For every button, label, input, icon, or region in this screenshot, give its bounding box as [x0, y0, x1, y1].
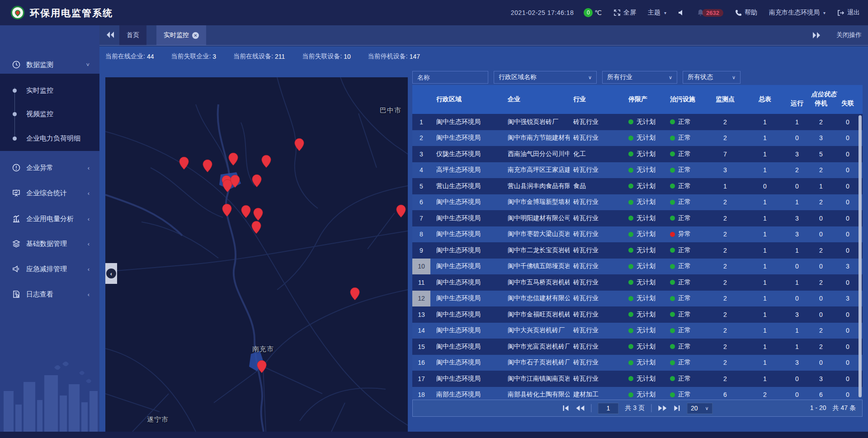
row-number: 9: [412, 242, 430, 259]
cell-region: 南部生态环境局: [430, 387, 503, 400]
help-button[interactable]: 帮助: [735, 9, 757, 17]
sidebar-item-enterprise-statistics[interactable]: 企业综合统计 ‹: [0, 184, 99, 202]
table-row[interactable]: 2 阆中生态环境局 阆中市南方节能建材有 砖瓦行业 无计划 正常 2 1 0 3…: [412, 130, 863, 146]
map-pin-icon[interactable]: [396, 204, 406, 218]
tabs-scroll-left-button[interactable]: [106, 31, 115, 39]
status-filter-select[interactable]: 所有状态 ∨: [683, 71, 741, 84]
table-scrollbar[interactable]: [859, 115, 862, 397]
table-row[interactable]: 3 仪陇生态环境局 西南油气田分公司川中 化工 无计划 正常 7 1 3 5 0: [412, 146, 863, 162]
sidebar-item-log-view[interactable]: 日志查看 ‹: [0, 285, 99, 303]
table-row[interactable]: 6 阆中生态环境局 阆中市金博瑞新型墙材 砖瓦行业 无计划 正常 2 1 1 2…: [412, 194, 863, 211]
map-pin-icon[interactable]: [241, 205, 251, 218]
cell-facility-status: 正常: [665, 114, 705, 130]
cell-company: 阆中市忠信建材有限公: [503, 291, 570, 307]
sidebar-item-data-monitoring[interactable]: 数据监测 ˅: [0, 56, 99, 74]
industry-filter-select[interactable]: 所有行业 ∨: [602, 71, 677, 84]
sidebar-item-emergency-reduction[interactable]: 应急减排管理 ‹: [0, 260, 99, 278]
table-row[interactable]: 12 阆中生态环境局 阆中市忠信建材有限公 砖瓦行业 无计划 正常 2 1 0 …: [412, 291, 863, 307]
map-pin-icon[interactable]: [230, 174, 240, 188]
sidebar-item-enterprise-abnormal[interactable]: 企业异常 ‹: [0, 159, 99, 177]
cell-industry: 砖瓦行业: [570, 259, 623, 275]
cell-stop-status: 无计划: [623, 162, 665, 179]
sidebar-subitem-realtime-monitoring[interactable]: 实时监控: [0, 85, 99, 96]
cell-facility-status: 正常: [665, 355, 705, 371]
map-pin-icon[interactable]: [251, 221, 261, 234]
map-pin-icon[interactable]: [203, 159, 212, 173]
fullscreen-button[interactable]: 全屏: [613, 9, 636, 17]
name-filter-input[interactable]: [412, 71, 488, 84]
alert-circle-icon: [12, 163, 21, 172]
cell-facility-status: 正常: [665, 274, 705, 291]
sidebar-subitem-video-monitoring[interactable]: 视频监控: [0, 108, 99, 119]
table-row[interactable]: 5 营山生态环境局 营山县润丰肉食品有限 食品 无计划 正常 1 0 0 1 0: [412, 178, 863, 194]
col-header-monitor: 监测点: [705, 85, 745, 114]
chevron-left-icon: ‹: [88, 216, 90, 222]
cell-monitor-count: 2: [705, 339, 745, 355]
cell-stop-status: 无计划: [623, 323, 665, 339]
map-pin-icon[interactable]: [350, 287, 360, 301]
cell-run-count: 0: [785, 387, 809, 400]
status-dot-icon: [628, 264, 633, 269]
table-row[interactable]: 8 阆中生态环境局 阆中市枣碧大梁山页岩 砖瓦行业 无计划 异常 2 1 3 0…: [412, 226, 863, 243]
map-pin-icon[interactable]: [252, 174, 262, 188]
tabs-scroll-right-button[interactable]: [812, 31, 821, 39]
theme-dropdown[interactable]: 主题 ▾: [648, 9, 666, 17]
first-page-button[interactable]: [562, 405, 569, 411]
table-row[interactable]: 18 南部生态环境局 南部县砖化土陶有限公 建材加工 无计划 正常 6 2 0 …: [412, 387, 863, 400]
status-dot-icon: [670, 360, 675, 365]
table-row[interactable]: 1 阆中生态环境局 阆中强锐页岩砖厂 砖瓦行业 无计划 正常 2 1 1 2 0: [412, 114, 863, 130]
table-row[interactable]: 15 阆中生态环境局 阆中市光富页岩机砖厂 砖瓦行业 无计划 正常 2 1 1 …: [412, 339, 863, 355]
table-row[interactable]: 10 阆中生态环境局 阆中千佛镇五郎垭页岩 砖瓦行业 无计划 正常 2 1 0 …: [412, 259, 863, 275]
user-dropdown[interactable]: 南充市生态环境局 ▾: [769, 9, 826, 17]
page-number-input[interactable]: [598, 403, 618, 414]
table-row[interactable]: 4 高坪生态环境局 南充市高坪区王家店建 砖瓦行业 无计划 正常 3 1 2 2…: [412, 162, 863, 179]
sidebar-collapse-button[interactable]: ‹: [105, 263, 117, 284]
page-size-select[interactable]: 20 ∨: [687, 403, 713, 414]
cell-run-count: 0: [785, 130, 809, 146]
chevron-left-icon: ‹: [88, 190, 90, 197]
cell-meter-count: 1: [745, 306, 785, 323]
next-page-button[interactable]: [658, 405, 667, 411]
map-pin-icon[interactable]: [261, 155, 271, 168]
chevron-left-icon: ‹: [106, 268, 116, 278]
divider: [651, 404, 651, 412]
status-filter-value: 所有状态: [688, 73, 713, 81]
previous-page-button[interactable]: [576, 405, 585, 411]
region-filter-value: 行政区域名称: [499, 73, 537, 81]
last-page-button[interactable]: [673, 405, 680, 411]
map-pin-icon[interactable]: [257, 360, 267, 373]
col-header-lost: 失联: [833, 99, 863, 114]
table-row[interactable]: 16 阆中生态环境局 阆中市石子页岩机砖厂 砖瓦行业 无计划 正常 2 1 3 …: [412, 355, 863, 371]
status-dot-icon: [628, 232, 633, 237]
sidebar-item-base-data-management[interactable]: 基础数据管理 ‹: [0, 235, 99, 253]
map-panel[interactable]: 巴中市南充市遂宁市 ‹: [105, 77, 408, 432]
status-dot-icon: [670, 248, 675, 253]
map-pin-icon[interactable]: [228, 152, 238, 166]
cell-stop-status: 无计划: [623, 371, 665, 387]
table-row[interactable]: 9 阆中生态环境局 阆中市二龙长宝页岩砖 砖瓦行业 无计划 正常 2 1 1 2…: [412, 242, 863, 259]
table-row[interactable]: 14 阆中生态环境局 阆中大兴页岩机砖厂 砖瓦行业 无计划 正常 2 1 1 2…: [412, 323, 863, 339]
notifications-button[interactable]: 2632: [697, 9, 723, 17]
map-pin-icon[interactable]: [222, 203, 232, 217]
row-number: 1: [412, 114, 430, 130]
map-pin-icon[interactable]: [179, 156, 189, 170]
cell-monitor-count: 2: [705, 274, 745, 291]
col-header-run: 运行: [785, 99, 809, 114]
close-operations-button[interactable]: 关闭操作: [836, 31, 862, 39]
table-row[interactable]: 13 阆中生态环境局 阆中市金福旺页岩机砖 砖瓦行业 无计划 正常 2 1 3 …: [412, 306, 863, 323]
map-pin-icon[interactable]: [253, 207, 263, 221]
status-dot-icon: [670, 312, 675, 317]
map-pin-icon[interactable]: [294, 138, 304, 151]
sidebar-item-power-analysis[interactable]: 企业用电量分析 ‹: [0, 210, 99, 228]
sound-button[interactable]: [678, 9, 685, 16]
table-row[interactable]: 11 阆中生态环境局 阆中市五马桥页岩机砖 砖瓦行业 无计划 正常 2 1 1 …: [412, 274, 863, 291]
table-row[interactable]: 17 阆中生态环境局 阆中市江南镇阆南页岩 砖瓦行业 无计划 正常 2 1 0 …: [412, 371, 863, 387]
region-filter-select[interactable]: 行政区域名称 ∨: [494, 71, 597, 84]
theme-label: 主题: [648, 9, 660, 17]
tab-close-icon[interactable]: ✕: [192, 32, 199, 39]
tab-home[interactable]: 首页: [119, 25, 146, 45]
table-row[interactable]: 7 阆中生态环境局 阆中明阳建材有限公司 砖瓦行业 无计划 正常 2 1 3 0…: [412, 210, 863, 226]
logout-button[interactable]: 退出: [837, 9, 860, 17]
sidebar-subitem-power-load-detail[interactable]: 企业电力负荷明细: [0, 133, 99, 144]
tab-realtime-monitoring[interactable]: 实时监控 ✕: [156, 25, 206, 45]
